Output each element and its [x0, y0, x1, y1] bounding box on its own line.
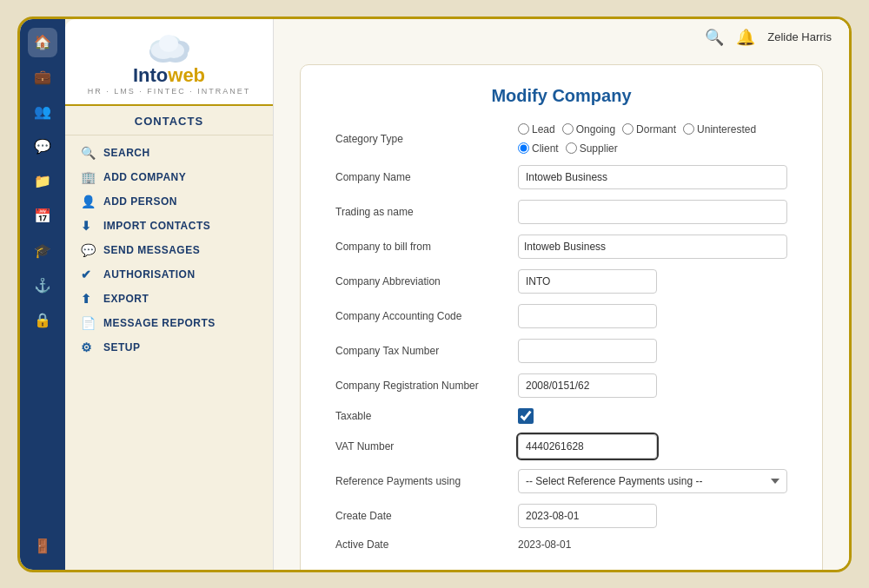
sidebar-item-search-label: SEARCH	[103, 147, 150, 159]
signout-icon[interactable]: 🚪	[28, 532, 57, 561]
add-person-icon: 👤	[81, 195, 96, 208]
add-company-icon: 🏢	[81, 170, 96, 184]
vat-number-input[interactable]	[518, 434, 657, 459]
company-name-row: Company Name	[335, 165, 787, 189]
company-accounting-code-row: Company Accounting Code	[335, 304, 787, 328]
taxable-row: Taxable	[335, 408, 787, 424]
company-registration-number-label: Company Registration Number	[335, 380, 509, 392]
category-type-row: Category Type Lead Ongoing Dormant Unint…	[335, 123, 787, 155]
bell-icon[interactable]: 🔔	[736, 28, 755, 47]
radio-dormant[interactable]: Dormant	[622, 123, 676, 135]
taxable-label: Taxable	[335, 410, 509, 422]
search-topbar-icon[interactable]: 🔍	[705, 28, 724, 47]
search-icon: 🔍	[81, 146, 96, 160]
radio-supplier[interactable]: Supplier	[566, 142, 618, 155]
category-type-radios: Lead Ongoing Dormant Uninterested Client…	[518, 123, 787, 155]
home-icon[interactable]: 🏠	[28, 28, 57, 57]
sidebar-item-import-contacts[interactable]: ⬇ IMPORT CONTACTS	[65, 214, 273, 238]
trading-as-input[interactable]	[518, 200, 787, 224]
lock-icon[interactable]: 🔒	[28, 306, 57, 335]
company-bill-from-wrap: Intoweb Business	[518, 235, 787, 259]
sidebar-item-authorisation-label: AUTHORISATION	[103, 268, 196, 281]
trading-as-row: Trading as name	[335, 200, 787, 224]
svg-point-7	[159, 35, 178, 52]
briefcase-icon[interactable]: 💼	[28, 63, 57, 92]
folder-icon[interactable]: 📁	[28, 167, 57, 196]
sidebar-item-setup[interactable]: ⚙ SETUP	[65, 335, 273, 360]
send-messages-icon: 💬	[81, 243, 96, 257]
company-tax-number-label: Company Tax Number	[335, 345, 509, 357]
active-date-label: Active Date	[335, 538, 509, 551]
sidebar-item-message-reports[interactable]: 📄 MESSAGE REPORTS	[65, 311, 273, 335]
company-bill-from-select[interactable]: Intoweb Business	[518, 235, 787, 259]
sidebar-item-message-reports-label: MESSAGE REPORTS	[103, 317, 216, 329]
form-title: Modify Company	[335, 86, 787, 106]
company-tax-number-input[interactable]	[518, 339, 657, 363]
setup-icon: ⚙	[81, 340, 96, 354]
topbar-user: Zelide Harris	[767, 30, 832, 43]
company-name-label: Company Name	[335, 171, 509, 183]
sidebar-item-search[interactable]: 🔍 SEARCH	[65, 141, 273, 165]
company-name-input[interactable]	[518, 165, 787, 189]
anchor-icon[interactable]: ⚓	[28, 271, 57, 301]
taxable-checkbox-wrap	[518, 408, 534, 424]
company-bill-from-label: Company to bill from	[335, 241, 509, 253]
sidebar-section-title: CONTACTS	[65, 106, 273, 135]
graduation-icon[interactable]: 🎓	[28, 236, 57, 266]
radio-uninterested[interactable]: Uninterested	[683, 123, 756, 135]
sidebar-item-add-person[interactable]: 👤 ADD PERSON	[65, 189, 273, 214]
vat-number-label: VAT Number	[335, 440, 509, 453]
category-type-label: Category Type	[335, 133, 509, 145]
people-icon[interactable]: 👥	[28, 97, 57, 127]
export-icon: ⬆	[81, 292, 96, 306]
company-abbreviation-row: Company Abbreviation	[335, 269, 787, 294]
radio-ongoing-input[interactable]	[562, 123, 574, 135]
company-accounting-code-input[interactable]	[518, 304, 657, 328]
sidebar-item-setup-label: SETUP	[103, 341, 141, 353]
reference-payments-select[interactable]: -- Select Reference Payments using --	[518, 469, 787, 493]
sidebar-item-export-label: EXPORT	[103, 293, 149, 305]
company-registration-number-input[interactable]	[518, 373, 657, 398]
chat-icon[interactable]: 💬	[28, 132, 57, 162]
company-abbreviation-input[interactable]	[518, 269, 657, 294]
create-date-input[interactable]	[518, 504, 657, 528]
main-content: 🔍 🔔 Zelide Harris Modify Company Categor…	[274, 19, 849, 570]
form-wrapper: Modify Company Category Type Lead Ongoin…	[274, 56, 849, 570]
radio-dormant-input[interactable]	[622, 123, 634, 135]
radio-ongoing[interactable]: Ongoing	[562, 123, 615, 135]
radio-lead-input[interactable]	[518, 123, 529, 135]
radio-supplier-input[interactable]	[566, 142, 577, 154]
sidebar-item-send-messages[interactable]: 💬 SEND MESSAGES	[65, 238, 273, 262]
sidebar-item-send-messages-label: SEND MESSAGES	[103, 244, 200, 256]
company-abbreviation-label: Company Abbreviation	[335, 275, 509, 287]
company-bill-from-row: Company to bill from Intoweb Business	[335, 235, 787, 259]
calendar-icon[interactable]: 📅	[28, 202, 57, 231]
radio-client-input[interactable]	[518, 142, 529, 154]
sidebar-item-add-company[interactable]: 🏢 ADD COMPANY	[65, 165, 273, 189]
reference-payments-row: Reference Payments using -- Select Refer…	[335, 469, 787, 493]
form-card: Modify Company Category Type Lead Ongoin…	[300, 64, 823, 570]
sidebar-item-authorisation[interactable]: ✔ AUTHORISATION	[65, 262, 273, 287]
sidebar: Intoweb HR · LMS · FINTEC · INTRANET CON…	[65, 19, 274, 570]
logo-text-into: Into	[133, 64, 168, 87]
sidebar-item-add-company-label: ADD COMPANY	[103, 171, 186, 183]
active-date-row: Active Date 2023-08-01	[335, 538, 787, 551]
authorisation-icon: ✔	[81, 268, 96, 281]
logo-cloud-svg	[144, 31, 195, 64]
icon-rail: 🏠 💼 👥 💬 📁 📅 🎓 ⚓ 🔒 🚪	[20, 19, 65, 570]
sidebar-nav: 🔍 SEARCH 🏢 ADD COMPANY 👤 ADD PERSON ⬇ IM…	[65, 135, 273, 570]
create-date-label: Create Date	[335, 510, 509, 522]
taxable-checkbox[interactable]	[518, 408, 534, 424]
radio-client[interactable]: Client	[518, 142, 559, 155]
logo-tagline: HR · LMS · FINTEC · INTRANET	[88, 87, 251, 96]
sidebar-item-import-contacts-label: IMPORT CONTACTS	[103, 220, 210, 232]
create-date-row: Create Date	[335, 504, 787, 528]
message-reports-icon: 📄	[81, 316, 96, 330]
logo-text-web: web	[168, 64, 205, 87]
radio-lead[interactable]: Lead	[518, 123, 555, 135]
radio-uninterested-input[interactable]	[683, 123, 694, 135]
sidebar-item-export[interactable]: ⬆ EXPORT	[65, 287, 273, 311]
active-date-value: 2023-08-01	[518, 538, 571, 551]
company-tax-number-row: Company Tax Number	[335, 339, 787, 363]
company-accounting-code-label: Company Accounting Code	[335, 310, 509, 322]
